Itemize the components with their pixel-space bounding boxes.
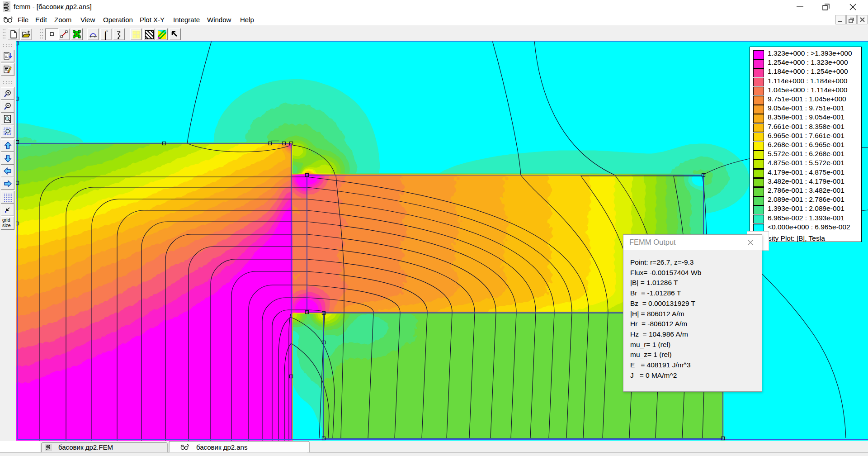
svg-text:басовик др2.FEM: басовик др2.FEM xyxy=(58,443,113,451)
svg-text:∫: ∫ xyxy=(103,30,108,40)
svg-text:басовик др2.ans: басовик др2.ans xyxy=(196,443,247,451)
